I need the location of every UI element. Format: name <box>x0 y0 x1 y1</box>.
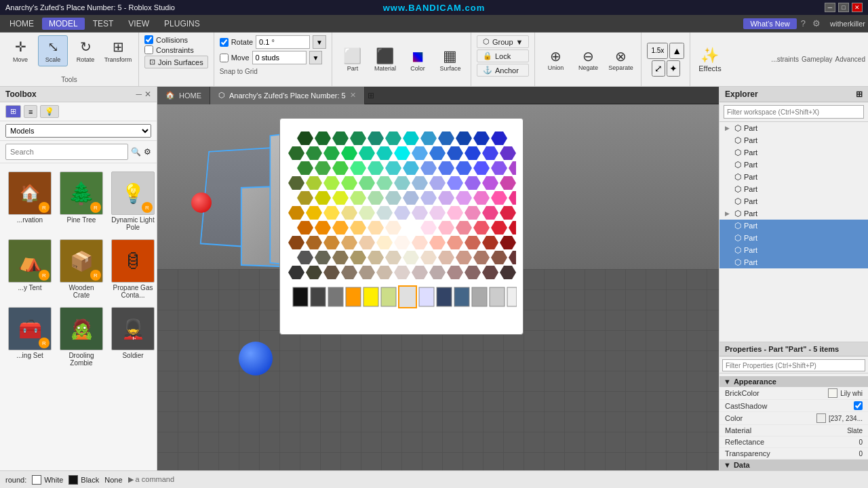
expand-icon[interactable]: ⊞ <box>368 91 374 100</box>
bottom-color-cell[interactable] <box>454 287 469 306</box>
hex-cell[interactable] <box>306 236 322 249</box>
bottom-color-cell[interactable] <box>437 287 452 306</box>
hex-cell[interactable] <box>297 221 313 235</box>
hex-cell[interactable] <box>368 221 384 235</box>
transform-tool-button[interactable]: ⊞ Transform <box>103 35 133 66</box>
explorer-item-selected[interactable]: ⬡ Part <box>719 256 868 268</box>
hex-cell[interactable] <box>341 206 357 220</box>
hex-cell[interactable] <box>465 266 481 279</box>
hex-cell[interactable] <box>350 221 366 235</box>
hex-cell[interactable] <box>385 221 401 235</box>
hex-cell[interactable] <box>447 266 463 279</box>
constraints-checkbox[interactable] <box>144 45 153 54</box>
explorer-item-selected[interactable]: ⬡ Part <box>719 220 868 232</box>
hex-cell[interactable] <box>288 146 304 160</box>
hex-cell[interactable] <box>315 131 331 145</box>
bottom-color-cell[interactable] <box>293 287 308 306</box>
color-picker-popup[interactable] <box>279 118 524 335</box>
hex-cell[interactable] <box>420 221 437 235</box>
hex-cell[interactable] <box>447 146 463 160</box>
hex-cell[interactable] <box>465 236 481 249</box>
appearance-section-header[interactable]: ▼ Appearance <box>719 376 868 387</box>
hex-cell[interactable] <box>368 191 384 205</box>
hex-cell[interactable] <box>403 161 419 175</box>
hex-cell[interactable] <box>420 191 437 205</box>
scale-tool-button[interactable]: ⤡ Scale <box>38 35 68 66</box>
menu-home[interactable]: HOME <box>3 18 41 30</box>
hex-cell[interactable] <box>341 236 357 249</box>
data-section-header[interactable]: ▼ Data <box>719 460 868 470</box>
hex-cell[interactable] <box>465 206 481 220</box>
hex-cell[interactable] <box>359 236 375 249</box>
hex-cell[interactable] <box>447 236 463 249</box>
viewport-canvas[interactable] <box>157 104 719 470</box>
toolbox-close-button[interactable]: ✕ <box>144 89 151 99</box>
part-button[interactable]: ⬜ Part <box>338 44 368 75</box>
explorer-filter-input[interactable] <box>724 105 864 119</box>
hex-cell[interactable] <box>297 131 313 145</box>
hex-cell[interactable] <box>509 251 516 264</box>
hex-cell[interactable] <box>385 161 401 175</box>
list-item[interactable]: 🛢 Propane Gas Conta... <box>108 237 157 302</box>
hex-cell[interactable] <box>332 251 349 264</box>
hex-cell[interactable] <box>465 176 481 190</box>
white-option[interactable]: White <box>32 475 63 485</box>
hex-cell[interactable] <box>359 146 375 160</box>
explorer-item[interactable]: ⬡ Part <box>719 159 868 171</box>
hex-cell[interactable] <box>306 176 322 190</box>
hex-cell[interactable] <box>429 146 446 160</box>
menu-view[interactable]: VIEW <box>121 18 156 30</box>
hex-cell[interactable] <box>359 176 375 190</box>
anchor-button[interactable]: ⚓ Anchor <box>477 64 529 77</box>
color-button[interactable]: ◼ Color <box>403 44 433 75</box>
hex-cell[interactable] <box>482 266 498 279</box>
hex-cell[interactable] <box>412 206 428 220</box>
explorer-item-selected[interactable]: ⬡ Part <box>719 232 868 244</box>
hex-cell[interactable] <box>412 176 428 190</box>
menu-test[interactable]: TEST <box>86 18 121 30</box>
hex-cell[interactable] <box>323 236 340 249</box>
hex-cell[interactable] <box>456 191 472 205</box>
bottom-color-cell-selected[interactable] <box>399 286 416 308</box>
bottom-color-cell[interactable] <box>472 287 487 306</box>
bottom-color-cell[interactable] <box>507 287 517 306</box>
hex-cell[interactable] <box>394 176 410 190</box>
hex-cell[interactable] <box>500 146 516 160</box>
hex-cell[interactable] <box>438 131 454 145</box>
hex-cell[interactable] <box>509 161 516 175</box>
hex-cell[interactable] <box>288 176 304 190</box>
collisions-checkbox[interactable] <box>144 35 153 44</box>
hex-cell[interactable] <box>500 176 516 190</box>
help-icon[interactable]: ? <box>801 18 806 28</box>
hex-cell[interactable] <box>482 146 498 160</box>
hex-cell[interactable] <box>420 131 437 145</box>
hex-cell[interactable] <box>359 266 375 279</box>
list-item[interactable]: 🌲 R Pine Tree <box>57 169 106 234</box>
hex-cell[interactable] <box>323 206 340 220</box>
list-item[interactable]: 🧰 R ...ing Set <box>5 304 54 369</box>
hex-cell[interactable] <box>350 251 366 264</box>
material-button[interactable]: ⬛ Material <box>370 44 400 75</box>
explorer-item-selected[interactable]: ⬡ Part <box>719 244 868 256</box>
hex-cell[interactable] <box>297 251 313 264</box>
bottom-color-cell[interactable] <box>381 287 396 306</box>
hex-cell[interactable] <box>315 161 331 175</box>
hex-cell[interactable] <box>368 131 384 145</box>
hex-cell[interactable] <box>315 191 331 205</box>
hex-cell[interactable] <box>438 251 454 264</box>
bulb-view-button[interactable]: 💡 <box>40 105 59 118</box>
hex-cell[interactable] <box>491 251 507 264</box>
explorer-item[interactable]: ⬡ Part <box>719 171 868 183</box>
explorer-item[interactable]: ▶ ⬡ Part <box>719 207 868 220</box>
hex-cell[interactable] <box>509 191 516 205</box>
hex-cell[interactable] <box>323 146 340 160</box>
hex-cell[interactable] <box>341 266 357 279</box>
list-item[interactable]: 💡 R Dynamic Light Pole <box>108 169 157 234</box>
bottom-color-cell[interactable] <box>346 287 361 306</box>
hex-cell[interactable] <box>473 221 490 235</box>
hex-cell[interactable] <box>376 236 393 249</box>
hex-cell[interactable] <box>456 251 472 264</box>
hex-cell[interactable] <box>350 131 366 145</box>
category-select[interactable]: Models <box>5 124 151 138</box>
hex-cell[interactable] <box>412 146 428 160</box>
